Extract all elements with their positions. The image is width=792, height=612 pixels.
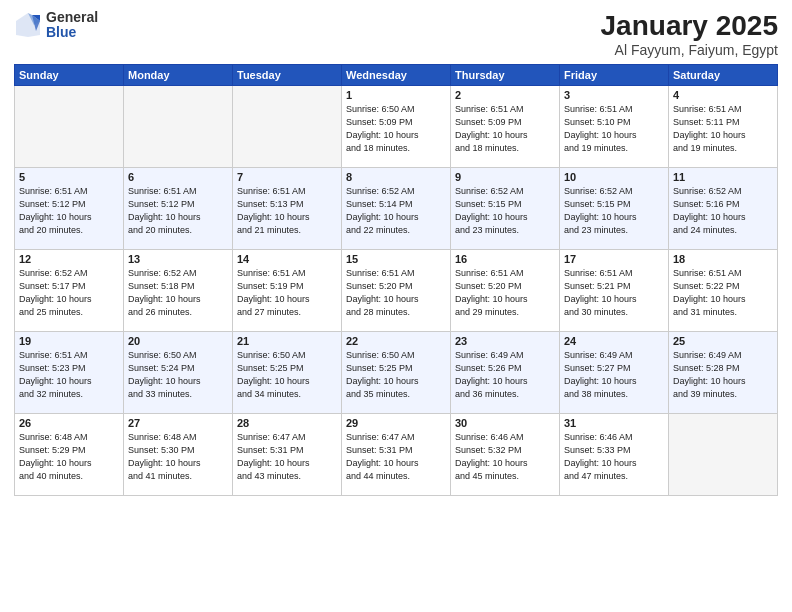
table-row: 16Sunrise: 6:51 AM Sunset: 5:20 PM Dayli… — [451, 250, 560, 332]
table-row: 19Sunrise: 6:51 AM Sunset: 5:23 PM Dayli… — [15, 332, 124, 414]
day-info: Sunrise: 6:52 AM Sunset: 5:17 PM Dayligh… — [19, 267, 119, 319]
calendar-week-row: 19Sunrise: 6:51 AM Sunset: 5:23 PM Dayli… — [15, 332, 778, 414]
day-info: Sunrise: 6:51 AM Sunset: 5:19 PM Dayligh… — [237, 267, 337, 319]
table-row: 11Sunrise: 6:52 AM Sunset: 5:16 PM Dayli… — [669, 168, 778, 250]
day-number: 22 — [346, 335, 446, 347]
table-row — [15, 86, 124, 168]
table-row: 10Sunrise: 6:52 AM Sunset: 5:15 PM Dayli… — [560, 168, 669, 250]
logo-icon — [14, 11, 42, 39]
day-number: 30 — [455, 417, 555, 429]
logo-text: General Blue — [46, 10, 98, 41]
table-row: 5Sunrise: 6:51 AM Sunset: 5:12 PM Daylig… — [15, 168, 124, 250]
day-info: Sunrise: 6:46 AM Sunset: 5:32 PM Dayligh… — [455, 431, 555, 483]
table-row: 4Sunrise: 6:51 AM Sunset: 5:11 PM Daylig… — [669, 86, 778, 168]
day-info: Sunrise: 6:51 AM Sunset: 5:11 PM Dayligh… — [673, 103, 773, 155]
logo-general: General — [46, 10, 98, 25]
day-number: 14 — [237, 253, 337, 265]
table-row: 28Sunrise: 6:47 AM Sunset: 5:31 PM Dayli… — [233, 414, 342, 496]
day-number: 27 — [128, 417, 228, 429]
table-row: 2Sunrise: 6:51 AM Sunset: 5:09 PM Daylig… — [451, 86, 560, 168]
calendar-week-row: 12Sunrise: 6:52 AM Sunset: 5:17 PM Dayli… — [15, 250, 778, 332]
table-row: 15Sunrise: 6:51 AM Sunset: 5:20 PM Dayli… — [342, 250, 451, 332]
day-number: 26 — [19, 417, 119, 429]
day-info: Sunrise: 6:48 AM Sunset: 5:30 PM Dayligh… — [128, 431, 228, 483]
day-number: 29 — [346, 417, 446, 429]
day-number: 5 — [19, 171, 119, 183]
day-info: Sunrise: 6:52 AM Sunset: 5:15 PM Dayligh… — [564, 185, 664, 237]
table-row — [124, 86, 233, 168]
day-number: 25 — [673, 335, 773, 347]
table-row — [669, 414, 778, 496]
day-info: Sunrise: 6:50 AM Sunset: 5:25 PM Dayligh… — [346, 349, 446, 401]
day-number: 16 — [455, 253, 555, 265]
table-row — [233, 86, 342, 168]
day-number: 1 — [346, 89, 446, 101]
table-row: 14Sunrise: 6:51 AM Sunset: 5:19 PM Dayli… — [233, 250, 342, 332]
table-row: 7Sunrise: 6:51 AM Sunset: 5:13 PM Daylig… — [233, 168, 342, 250]
day-info: Sunrise: 6:51 AM Sunset: 5:13 PM Dayligh… — [237, 185, 337, 237]
table-row: 20Sunrise: 6:50 AM Sunset: 5:24 PM Dayli… — [124, 332, 233, 414]
day-info: Sunrise: 6:51 AM Sunset: 5:21 PM Dayligh… — [564, 267, 664, 319]
day-info: Sunrise: 6:52 AM Sunset: 5:14 PM Dayligh… — [346, 185, 446, 237]
day-number: 4 — [673, 89, 773, 101]
title-block: January 2025 Al Fayyum, Faiyum, Egypt — [601, 10, 778, 58]
day-number: 18 — [673, 253, 773, 265]
header-friday: Friday — [560, 65, 669, 86]
day-number: 15 — [346, 253, 446, 265]
day-info: Sunrise: 6:49 AM Sunset: 5:27 PM Dayligh… — [564, 349, 664, 401]
day-number: 17 — [564, 253, 664, 265]
day-info: Sunrise: 6:52 AM Sunset: 5:15 PM Dayligh… — [455, 185, 555, 237]
table-row: 17Sunrise: 6:51 AM Sunset: 5:21 PM Dayli… — [560, 250, 669, 332]
title-location: Al Fayyum, Faiyum, Egypt — [601, 42, 778, 58]
day-info: Sunrise: 6:52 AM Sunset: 5:16 PM Dayligh… — [673, 185, 773, 237]
table-row: 30Sunrise: 6:46 AM Sunset: 5:32 PM Dayli… — [451, 414, 560, 496]
table-row: 21Sunrise: 6:50 AM Sunset: 5:25 PM Dayli… — [233, 332, 342, 414]
day-info: Sunrise: 6:52 AM Sunset: 5:18 PM Dayligh… — [128, 267, 228, 319]
header-thursday: Thursday — [451, 65, 560, 86]
calendar-week-row: 26Sunrise: 6:48 AM Sunset: 5:29 PM Dayli… — [15, 414, 778, 496]
table-row: 8Sunrise: 6:52 AM Sunset: 5:14 PM Daylig… — [342, 168, 451, 250]
day-number: 19 — [19, 335, 119, 347]
day-info: Sunrise: 6:51 AM Sunset: 5:20 PM Dayligh… — [346, 267, 446, 319]
day-number: 23 — [455, 335, 555, 347]
table-row: 26Sunrise: 6:48 AM Sunset: 5:29 PM Dayli… — [15, 414, 124, 496]
table-row: 6Sunrise: 6:51 AM Sunset: 5:12 PM Daylig… — [124, 168, 233, 250]
table-row: 24Sunrise: 6:49 AM Sunset: 5:27 PM Dayli… — [560, 332, 669, 414]
header-saturday: Saturday — [669, 65, 778, 86]
day-info: Sunrise: 6:48 AM Sunset: 5:29 PM Dayligh… — [19, 431, 119, 483]
logo-blue: Blue — [46, 25, 98, 40]
day-number: 13 — [128, 253, 228, 265]
table-row: 13Sunrise: 6:52 AM Sunset: 5:18 PM Dayli… — [124, 250, 233, 332]
calendar: Sunday Monday Tuesday Wednesday Thursday… — [14, 64, 778, 496]
day-number: 12 — [19, 253, 119, 265]
table-row: 12Sunrise: 6:52 AM Sunset: 5:17 PM Dayli… — [15, 250, 124, 332]
table-row: 23Sunrise: 6:49 AM Sunset: 5:26 PM Dayli… — [451, 332, 560, 414]
day-number: 20 — [128, 335, 228, 347]
day-info: Sunrise: 6:47 AM Sunset: 5:31 PM Dayligh… — [346, 431, 446, 483]
day-info: Sunrise: 6:51 AM Sunset: 5:12 PM Dayligh… — [128, 185, 228, 237]
title-month: January 2025 — [601, 10, 778, 42]
table-row: 1Sunrise: 6:50 AM Sunset: 5:09 PM Daylig… — [342, 86, 451, 168]
header-tuesday: Tuesday — [233, 65, 342, 86]
calendar-week-row: 5Sunrise: 6:51 AM Sunset: 5:12 PM Daylig… — [15, 168, 778, 250]
header-monday: Monday — [124, 65, 233, 86]
table-row: 27Sunrise: 6:48 AM Sunset: 5:30 PM Dayli… — [124, 414, 233, 496]
day-info: Sunrise: 6:51 AM Sunset: 5:22 PM Dayligh… — [673, 267, 773, 319]
day-number: 7 — [237, 171, 337, 183]
header: General Blue January 2025 Al Fayyum, Fai… — [14, 10, 778, 58]
day-info: Sunrise: 6:49 AM Sunset: 5:28 PM Dayligh… — [673, 349, 773, 401]
day-info: Sunrise: 6:50 AM Sunset: 5:24 PM Dayligh… — [128, 349, 228, 401]
table-row: 22Sunrise: 6:50 AM Sunset: 5:25 PM Dayli… — [342, 332, 451, 414]
day-number: 2 — [455, 89, 555, 101]
day-info: Sunrise: 6:47 AM Sunset: 5:31 PM Dayligh… — [237, 431, 337, 483]
day-info: Sunrise: 6:51 AM Sunset: 5:09 PM Dayligh… — [455, 103, 555, 155]
table-row: 25Sunrise: 6:49 AM Sunset: 5:28 PM Dayli… — [669, 332, 778, 414]
logo: General Blue — [14, 10, 98, 41]
day-number: 24 — [564, 335, 664, 347]
day-info: Sunrise: 6:50 AM Sunset: 5:25 PM Dayligh… — [237, 349, 337, 401]
day-info: Sunrise: 6:46 AM Sunset: 5:33 PM Dayligh… — [564, 431, 664, 483]
table-row: 18Sunrise: 6:51 AM Sunset: 5:22 PM Dayli… — [669, 250, 778, 332]
table-row: 29Sunrise: 6:47 AM Sunset: 5:31 PM Dayli… — [342, 414, 451, 496]
table-row: 9Sunrise: 6:52 AM Sunset: 5:15 PM Daylig… — [451, 168, 560, 250]
day-info: Sunrise: 6:50 AM Sunset: 5:09 PM Dayligh… — [346, 103, 446, 155]
